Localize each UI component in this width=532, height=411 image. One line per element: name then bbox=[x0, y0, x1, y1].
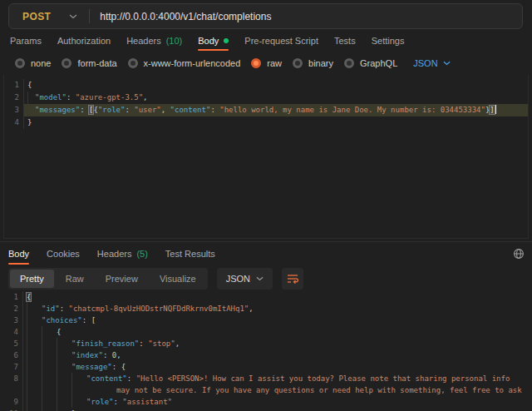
line-content: { bbox=[27, 326, 532, 338]
line-content: "content": "Hello <PERSON>! How can I as… bbox=[27, 373, 532, 384]
line-number: 7 bbox=[0, 361, 23, 373]
body-mode-label: form-data bbox=[77, 58, 116, 68]
response-toolbar: PrettyRawPreviewVisualize JSON bbox=[8, 268, 303, 290]
tab-body[interactable]: Body bbox=[198, 31, 229, 51]
tab-pre-request-script[interactable]: Pre-request Script bbox=[244, 31, 318, 51]
tab-headers[interactable]: Headers(10) bbox=[126, 31, 182, 51]
body-mode-graphql[interactable]: GraphQL bbox=[344, 58, 397, 68]
line-number: 8 bbox=[0, 373, 23, 384]
tab-label: Tests bbox=[334, 36, 356, 46]
body-mode-label: raw bbox=[267, 58, 282, 68]
line-content: { bbox=[27, 291, 532, 303]
tab-label: Body bbox=[198, 36, 219, 46]
line-content: "choices": [ bbox=[27, 314, 532, 326]
body-mode-raw[interactable]: raw bbox=[251, 58, 282, 68]
line-number: 2 bbox=[0, 303, 23, 314]
tab-test-results[interactable]: Test Results bbox=[165, 243, 215, 265]
code-line: 3"choices": [ bbox=[0, 314, 532, 326]
view-visualize[interactable]: Visualize bbox=[150, 270, 206, 288]
radio-icon bbox=[344, 58, 354, 68]
tab-label: Cookies bbox=[47, 249, 80, 259]
url-input[interactable]: http://0.0.0.0:4000/v1/chat/completions bbox=[100, 11, 271, 22]
body-mode-bar: noneform-datax-www-form-urlencodedrawbin… bbox=[0, 53, 451, 73]
response-format-select[interactable]: JSON bbox=[217, 268, 273, 290]
body-mode-x-www-form-urlencoded[interactable]: x-www-form-urlencoded bbox=[128, 58, 241, 68]
line-number: 3 bbox=[4, 104, 24, 116]
line-number: 9 bbox=[0, 396, 23, 408]
modified-dot bbox=[224, 38, 229, 43]
tab-count: (10) bbox=[166, 36, 183, 46]
line-number: 3 bbox=[0, 314, 23, 326]
tab-label: Body bbox=[8, 249, 29, 259]
method-selector[interactable]: POST bbox=[9, 11, 51, 22]
code-line: 10} bbox=[0, 408, 532, 411]
code-line: 8"content": "Hello <PERSON>! How can I a… bbox=[0, 373, 532, 384]
tab-tests[interactable]: Tests bbox=[334, 31, 356, 51]
tab-count: (5) bbox=[136, 249, 147, 259]
request-body-editor[interactable]: 1{2"model": "azure-gpt-3.5",3"messages":… bbox=[3, 75, 529, 239]
code-line: 4{ bbox=[0, 326, 532, 338]
tab-settings[interactable]: Settings bbox=[372, 31, 405, 51]
code-line: 5"finish_reason": "stop", bbox=[0, 338, 532, 349]
view-raw[interactable]: Raw bbox=[56, 270, 94, 288]
line-content: "id": "chatcmpl-8qvUzHODstrNQFDdRkrnv0mI… bbox=[27, 303, 532, 314]
tab-label: Settings bbox=[372, 36, 405, 46]
text-cursor bbox=[495, 105, 496, 114]
line-content: "index": 0, bbox=[27, 349, 532, 361]
tab-label: Pre-request Script bbox=[244, 36, 318, 46]
line-number: 10 bbox=[0, 408, 23, 411]
radio-icon bbox=[128, 58, 138, 68]
line-content: may not be secure. If you have any quest… bbox=[27, 384, 532, 396]
tab-cookies[interactable]: Cookies bbox=[47, 243, 80, 265]
body-format-select[interactable]: JSON bbox=[413, 58, 450, 68]
wrap-lines-button[interactable] bbox=[282, 268, 303, 290]
body-format-label: JSON bbox=[413, 58, 437, 68]
code-line: 6"index": 0, bbox=[0, 349, 532, 361]
line-content: } bbox=[27, 408, 532, 411]
tab-label: Headers bbox=[126, 36, 161, 46]
tab-headers[interactable]: Headers(5) bbox=[97, 243, 148, 265]
tab-label: Headers bbox=[97, 249, 132, 259]
line-content: "message": { bbox=[27, 361, 532, 373]
tab-params[interactable]: Params bbox=[10, 31, 42, 51]
chevron-down-icon bbox=[256, 276, 264, 281]
line-number: 1 bbox=[0, 291, 23, 303]
tab-label: Params bbox=[10, 36, 42, 46]
view-preview[interactable]: Preview bbox=[96, 270, 148, 288]
line-number: 6 bbox=[0, 349, 23, 361]
tab-body[interactable]: Body bbox=[8, 243, 29, 265]
chevron-down-icon bbox=[443, 61, 451, 66]
code-line: 1{ bbox=[0, 291, 532, 303]
tab-authorization[interactable]: Authorization bbox=[57, 31, 111, 51]
response-divider bbox=[0, 241, 532, 242]
code-line: 2"model": "azure-gpt-3.5", bbox=[4, 92, 528, 104]
view-pretty[interactable]: Pretty bbox=[10, 270, 54, 288]
request-url-bar: POST http://0.0.0.0:4000/v1/chat/complet… bbox=[8, 3, 523, 29]
response-format-label: JSON bbox=[226, 274, 250, 284]
line-number: 5 bbox=[0, 338, 23, 349]
line-content: } bbox=[27, 116, 528, 129]
line-content: "model": "azure-gpt-3.5", bbox=[27, 92, 528, 104]
code-line: 3"messages": [{"role": "user", "content"… bbox=[4, 104, 528, 116]
line-number: 1 bbox=[4, 79, 24, 92]
response-body-viewer[interactable]: 1{2"id": "chatcmpl-8qvUzHODstrNQFDdRkrnv… bbox=[0, 288, 532, 411]
request-tabs: ParamsAuthorizationHeaders(10)BodyPre-re… bbox=[0, 31, 532, 51]
line-number: 2 bbox=[4, 92, 24, 104]
body-mode-form-data[interactable]: form-data bbox=[62, 58, 116, 68]
radio-icon bbox=[62, 58, 71, 68]
body-mode-binary[interactable]: binary bbox=[293, 58, 333, 68]
code-line: 9"role": "assistant" bbox=[0, 396, 532, 408]
radio-icon bbox=[293, 58, 303, 68]
code-line: 4} bbox=[4, 116, 528, 129]
line-number bbox=[0, 384, 23, 396]
body-mode-none[interactable]: none bbox=[15, 58, 51, 68]
radio-icon bbox=[15, 58, 25, 68]
response-tabs: BodyCookiesHeaders(5)Test Results bbox=[0, 243, 532, 265]
line-content: "finish_reason": "stop", bbox=[27, 338, 532, 349]
globe-icon[interactable] bbox=[513, 248, 525, 260]
chevron-down-icon[interactable] bbox=[69, 14, 77, 19]
response-view-switcher: PrettyRawPreviewVisualize bbox=[8, 268, 208, 290]
code-line: 2"id": "chatcmpl-8qvUzHODstrNQFDdRkrnv0m… bbox=[0, 303, 532, 314]
line-content: { bbox=[27, 79, 528, 92]
line-content: "role": "assistant" bbox=[27, 396, 532, 408]
